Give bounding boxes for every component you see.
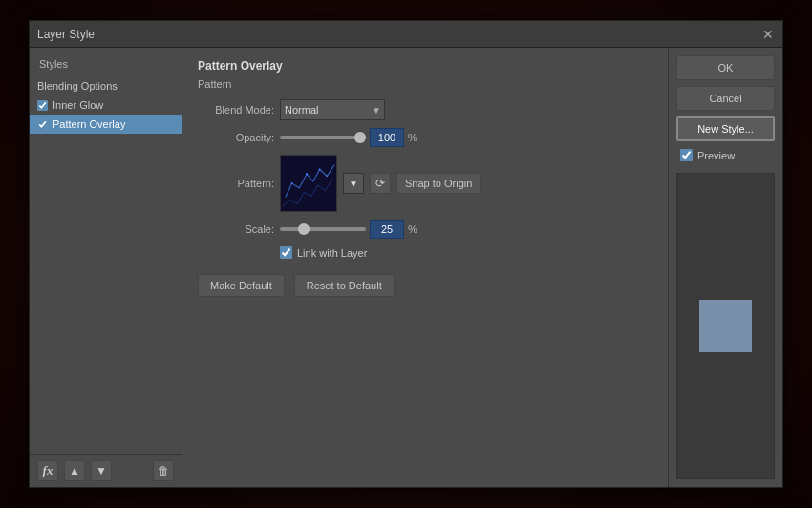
svg-point-1: [291, 182, 293, 184]
left-panel: Styles Blending Options Inner Glow Patte…: [30, 48, 182, 487]
link-row: Link with Layer: [198, 246, 652, 259]
preview-box: [676, 173, 775, 479]
left-panel-footer: fx ▲ ▼ 🗑: [30, 454, 182, 487]
scale-row: Scale: %: [198, 220, 652, 239]
pattern-reset-icon: ⟳: [375, 177, 385, 190]
move-up-button[interactable]: ▲: [64, 460, 85, 481]
panel-title: Pattern Overlay: [198, 59, 652, 73]
opacity-input[interactable]: [370, 128, 404, 147]
snap-to-origin-button[interactable]: Snap to Origin: [396, 173, 481, 194]
pattern-label: Pattern:: [198, 178, 274, 189]
make-default-button[interactable]: Make Default: [198, 274, 285, 297]
link-with-layer-label: Link with Layer: [297, 247, 367, 259]
preview-checkbox-row: Preview: [676, 147, 775, 163]
move-down-button[interactable]: ▼: [91, 460, 112, 481]
inner-glow-checkbox[interactable]: [37, 100, 48, 111]
scale-label: Scale:: [198, 223, 274, 235]
preview-shape: [699, 300, 752, 352]
opacity-label: Opacity:: [198, 132, 274, 143]
action-buttons: Make Default Reset to Default: [198, 274, 652, 297]
blend-mode-dropdown-wrapper: Normal Dissolve Multiply Screen Overlay …: [280, 99, 385, 120]
right-panel: OK Cancel New Style... Preview: [668, 48, 782, 487]
layer-style-dialog: Layer Style ✕ Styles Blending Options In…: [29, 20, 783, 488]
pattern-dropdown-button[interactable]: ▼: [343, 173, 364, 194]
opacity-unit: %: [408, 132, 417, 143]
pattern-overlay-label: Pattern Overlay: [53, 118, 125, 130]
scale-input[interactable]: [370, 220, 404, 239]
trash-icon: 🗑: [158, 464, 169, 477]
svg-point-3: [319, 169, 321, 171]
scale-slider[interactable]: [280, 227, 366, 231]
new-style-button[interactable]: New Style...: [676, 116, 775, 141]
svg-point-2: [306, 173, 308, 175]
preview-label: Preview: [697, 150, 735, 161]
scale-slider-container: %: [280, 220, 417, 239]
inner-glow-label: Inner Glow: [53, 99, 103, 111]
pattern-row: Pattern: ▼: [198, 155, 652, 212]
sidebar-item-pattern-overlay[interactable]: Pattern Overlay: [30, 115, 182, 134]
scale-unit: %: [408, 223, 417, 235]
delete-button[interactable]: 🗑: [153, 460, 174, 481]
link-with-layer-checkbox[interactable]: [280, 246, 292, 259]
pattern-dropdown-arrow-icon: ▼: [349, 179, 358, 189]
reset-to-default-button[interactable]: Reset to Default: [294, 274, 395, 297]
blend-mode-label: Blend Mode:: [198, 104, 274, 116]
opacity-row: Opacity: %: [198, 128, 652, 147]
cancel-button[interactable]: Cancel: [676, 86, 775, 111]
down-icon: ▼: [96, 464, 107, 477]
blend-mode-select[interactable]: Normal Dissolve Multiply Screen Overlay: [280, 99, 385, 120]
sidebar-item-inner-glow[interactable]: Inner Glow: [30, 95, 182, 115]
pattern-overlay-checkbox[interactable]: [37, 119, 48, 130]
opacity-slider-container: %: [280, 128, 417, 147]
title-bar: Layer Style ✕: [30, 21, 782, 48]
fx-button[interactable]: fx: [37, 460, 58, 481]
opacity-slider[interactable]: [280, 136, 366, 139]
blend-mode-row: Blend Mode: Normal Dissolve Multiply Scr…: [198, 99, 652, 120]
svg-rect-0: [281, 156, 336, 211]
blending-options-label: Blending Options: [37, 80, 118, 92]
panel-sub-title: Pattern: [198, 78, 652, 90]
sidebar-item-blending-options[interactable]: Blending Options: [30, 76, 182, 95]
styles-section: Styles: [30, 48, 182, 76]
pattern-preview-container: ▼ ⟳ Snap to Origin: [280, 155, 481, 212]
close-button[interactable]: ✕: [761, 28, 775, 41]
center-panel: Pattern Overlay Pattern Blend Mode: Norm…: [182, 48, 668, 487]
dialog-title: Layer Style: [37, 28, 95, 41]
preview-checkbox[interactable]: [680, 149, 693, 161]
link-checkbox-row: Link with Layer: [280, 246, 367, 259]
pattern-preview-box[interactable]: [280, 155, 337, 212]
svg-point-4: [327, 175, 329, 177]
ok-button[interactable]: OK: [676, 55, 775, 80]
styles-section-label: Styles: [39, 55, 172, 73]
pattern-reset-button[interactable]: ⟳: [370, 173, 391, 194]
up-icon: ▲: [69, 464, 80, 477]
dialog-body: Styles Blending Options Inner Glow Patte…: [30, 48, 782, 487]
